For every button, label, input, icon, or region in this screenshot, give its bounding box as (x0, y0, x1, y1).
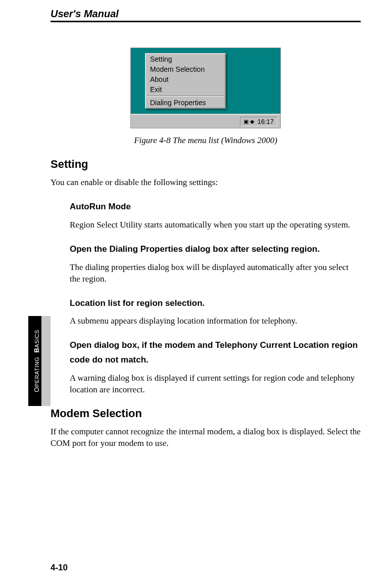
side-tab-text: OPERATING BASICS (30, 316, 43, 406)
menu-item-dialing-properties[interactable]: Dialing Properties (146, 98, 225, 108)
sub-heading-mismatch: Open dialog box, if the modem and Teleph… (70, 338, 361, 368)
setting-intro-text: You can enable or disable the following … (51, 177, 361, 189)
page-header-title: User's Manual (51, 8, 361, 22)
menu-screenshot: Setting Modem Selection About Exit Diali… (130, 48, 281, 128)
sub-block-autorun: AutoRun Mode Region Select Utility start… (70, 200, 361, 396)
tray-icon-1: ▣ (243, 118, 249, 125)
sub-heading-autorun: AutoRun Mode (70, 200, 361, 214)
system-tray: ▣ ◆ 16:17 (240, 117, 277, 126)
section-heading-setting: Setting (51, 158, 361, 171)
side-tab-word2-prefix: B (33, 348, 40, 353)
context-menu: Setting Modem Selection About Exit Diali… (145, 53, 226, 109)
tray-icon-2: ◆ (250, 118, 254, 125)
menu-divider (147, 96, 224, 97)
menu-item-setting[interactable]: Setting (146, 54, 225, 64)
menu-item-exit[interactable]: Exit (146, 84, 225, 95)
section-heading-modem-selection: Modem Selection (51, 407, 361, 420)
taskbar: ▣ ◆ 16:17 (131, 114, 280, 128)
clock-text: 16:17 (257, 118, 274, 125)
sub-text-dialing: The dialing properties dialog box will b… (70, 262, 361, 285)
figure-container: Setting Modem Selection About Exit Diali… (51, 48, 361, 146)
tray-icons: ▣ ◆ (243, 118, 254, 125)
side-tab-word2: ASICS (34, 330, 40, 348)
menu-item-modem-selection[interactable]: Modem Selection (146, 64, 225, 74)
sub-text-autorun: Region Select Utility starts automatical… (70, 219, 361, 231)
page-number: 4-10 (51, 563, 68, 573)
modem-selection-text: If the computer cannot recognize the int… (51, 426, 361, 449)
sub-heading-location: Location list for region selection. (70, 296, 361, 311)
figure-caption: Figure 4-8 The menu list (Windows 2000) (51, 135, 361, 146)
sub-heading-dialing: Open the Dialing Properties dialog box a… (70, 242, 361, 257)
sub-text-mismatch: A warning dialog box is displayed if cur… (70, 373, 361, 396)
menu-item-about[interactable]: About (146, 74, 225, 84)
sub-text-location: A submenu appears displaying location in… (70, 315, 361, 327)
side-tab-word1-prefix: O (33, 387, 40, 392)
side-tab-word1: PERATING (34, 357, 40, 387)
